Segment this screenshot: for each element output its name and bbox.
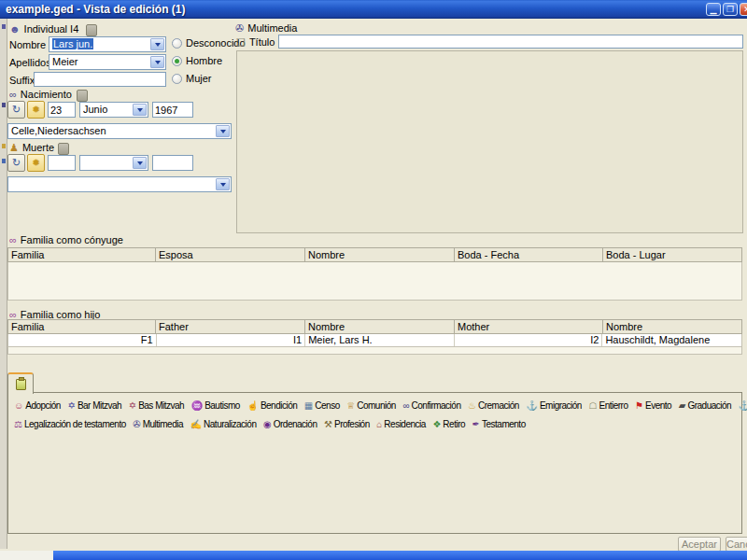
suffix-label: Suffix [9, 75, 35, 86]
edit-view-window: example.ged - Vista de edición (1) ▁ ❐ ✕… [0, 0, 747, 560]
event-link-retiro[interactable]: ❖Retiro [432, 419, 465, 429]
titulo-row-header: ❏ Título [236, 36, 275, 48]
column-header: Boda - Fecha [455, 247, 603, 262]
radio-mujer[interactable]: Mujer [172, 73, 212, 84]
chevron-down-icon[interactable] [133, 157, 147, 169]
event-link-comunion[interactable]: ♕Comunión [346, 400, 396, 411]
event-link-multimedia[interactable]: ✇Multimedia [133, 419, 183, 429]
close-button[interactable]: ✕ [740, 3, 747, 16]
minimize-button[interactable]: ▁ [706, 3, 721, 16]
suffix-input[interactable] [34, 72, 166, 87]
nacimiento-note-button[interactable] [77, 90, 88, 102]
birth-place-value: Celle,Niedersachsen [11, 125, 214, 137]
titulo-input[interactable] [278, 35, 743, 49]
event-link-adopcion[interactable]: ☺Adopción [14, 400, 61, 411]
event-link-inmigracion[interactable]: ⚓Inmigración [739, 400, 747, 411]
cell-father-id: I1 [157, 334, 306, 346]
birth-year-input[interactable] [152, 102, 193, 118]
family-rings-icon: ∞ [9, 310, 17, 320]
nacimiento-icon: ∞ [9, 90, 17, 100]
chevron-down-icon[interactable] [216, 125, 230, 137]
event-link-censo[interactable]: ▦Censo [304, 400, 340, 411]
pen-icon: ✒ [472, 419, 480, 429]
multimedia-section-label: Multimedia [247, 22, 297, 34]
nombre-combobox[interactable]: Lars jun. [49, 36, 166, 52]
event-link-graduacion[interactable]: ▰Graduación [679, 400, 731, 411]
retirement-icon: ❖ [432, 419, 441, 429]
ordination-icon: ◉ [263, 419, 272, 429]
film-reel-icon: ✇ [133, 419, 140, 429]
update-icon: ↻ [12, 104, 21, 115]
familia-conyuge-header: ∞ Familia como cónyuge [9, 234, 123, 245]
event-link-entierro[interactable]: ☖Entierro [589, 400, 628, 411]
event-link-naturalizacion[interactable]: ✍Naturalización [190, 419, 257, 429]
apellidos-combobox[interactable]: Meier [49, 54, 166, 70]
events-tab[interactable] [7, 372, 34, 394]
birth-calendar-button[interactable]: ✹ [27, 101, 45, 119]
chevron-down-icon[interactable] [150, 38, 164, 50]
death-month-select[interactable] [79, 155, 148, 171]
event-link-bautismo[interactable]: ♒Bautismo [191, 400, 240, 411]
radio-mujer-label: Mujer [186, 73, 212, 84]
birth-update-button[interactable]: ↻ [7, 101, 25, 119]
strip-icon-fragment [2, 159, 6, 163]
cancelar-button[interactable]: Cancelar [726, 537, 747, 552]
strip-icon-fragment [2, 103, 6, 107]
strip-icon-fragment [2, 144, 6, 148]
birth-day-input[interactable] [48, 102, 76, 118]
birth-place-combobox[interactable]: Celle,Niedersachsen [7, 123, 232, 139]
column-header: Nombre [305, 319, 455, 334]
aceptar-button[interactable]: Aceptar [678, 537, 721, 552]
column-header: Familia [7, 247, 156, 262]
event-link-testamento[interactable]: ✒Testamento [472, 419, 526, 429]
event-link-emigracion[interactable]: ⚓Emigración [526, 400, 582, 411]
blessing-hand-icon: ☝ [247, 400, 258, 411]
event-link-confirmacion[interactable]: ∞Confirmación [402, 400, 460, 411]
census-grid-icon: ▦ [304, 400, 313, 411]
column-header: Father [156, 319, 305, 334]
taskbar-strip[interactable] [0, 551, 747, 560]
birth-month-select[interactable]: Junio [79, 102, 148, 118]
chevron-down-icon[interactable] [133, 104, 147, 116]
individual-note-button[interactable] [86, 24, 97, 36]
event-link-bar-mitzvah[interactable]: ✡Bar Mitzvah [67, 400, 121, 411]
muerte-note-button[interactable] [58, 143, 69, 155]
title-bar[interactable]: example.ged - Vista de edición (1) ▁ ❐ ✕ [0, 0, 747, 19]
event-link-residencia[interactable]: ⌂Residencia [376, 419, 426, 429]
death-year-input[interactable] [152, 155, 193, 171]
event-link-bas-mitzvah[interactable]: ✡Bas Mitzvah [129, 400, 184, 411]
death-day-input[interactable] [48, 155, 76, 171]
strip-icon-fragment [2, 24, 6, 29]
ship-icon: ⚓ [739, 400, 747, 411]
event-link-evento[interactable]: ⚑Evento [635, 400, 671, 411]
chevron-down-icon[interactable] [150, 56, 164, 68]
restore-button[interactable]: ❐ [723, 3, 738, 16]
apellidos-value: Meier [52, 56, 148, 68]
titulo-label: Título [249, 36, 275, 48]
scales-icon: ⚖ [14, 419, 22, 429]
event-link-cremacion[interactable]: ♨Cremación [468, 400, 519, 411]
column-header: Boda - Lugar [603, 247, 742, 262]
nombre-value: Lars jun. [52, 38, 93, 49]
radio-desconocido[interactable]: Desconocido [172, 37, 246, 49]
radio-hombre[interactable]: Hombre [172, 55, 222, 66]
event-links-row-1: ☺Adopción ✡Bar Mitzvah ✡Bas Mitzvah ♒Bau… [14, 399, 747, 411]
event-link-ordenacion[interactable]: ◉Ordenación [263, 419, 317, 429]
event-link-profesion[interactable]: ⚒Profesión [324, 419, 370, 429]
chevron-down-icon[interactable] [216, 178, 230, 190]
nacimiento-section-header: ∞ Nacimiento [9, 89, 72, 100]
multimedia-content-area[interactable] [236, 50, 743, 233]
table-row[interactable]: F1 I1 Meier, Lars H. I2 Hauschildt, Magd… [8, 334, 741, 347]
death-update-button[interactable]: ↻ [7, 154, 25, 172]
event-link-bendicion[interactable]: ☝Bendición [247, 400, 297, 411]
death-place-combobox[interactable] [7, 176, 232, 192]
baptism-icon: ♒ [191, 400, 203, 411]
muerte-section-label: Muerte [22, 142, 54, 153]
close-icon: ✕ [743, 5, 747, 14]
conyuge-table-body[interactable] [7, 262, 742, 301]
docked-sidebar-strip [0, 19, 7, 549]
event-link-legalizacion[interactable]: ⚖Legalización de testamento [14, 419, 126, 429]
adoption-icon: ☺ [14, 400, 23, 411]
tombstone-icon: ☖ [589, 400, 598, 411]
death-calendar-button[interactable]: ✹ [27, 154, 45, 172]
